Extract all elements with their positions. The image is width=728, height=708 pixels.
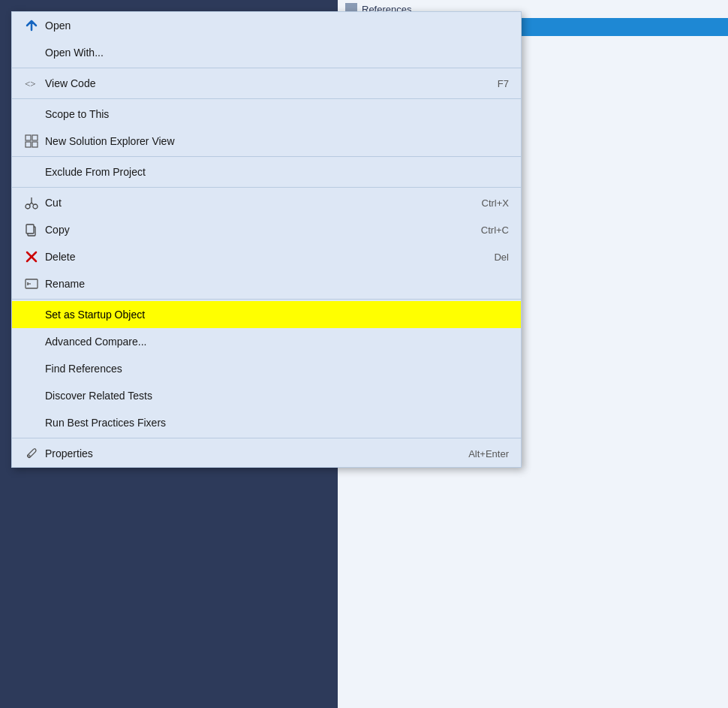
divider-3 <box>12 156 521 157</box>
svg-rect-3 <box>26 142 31 147</box>
svg-rect-4 <box>32 142 38 147</box>
context-menu: Open Open With... <> View Code F7 Scope … <box>11 11 522 468</box>
divider-4 <box>12 187 521 188</box>
menu-item-scope-label: Scope to This <box>45 108 509 120</box>
menu-item-delete-shortcut: Del <box>494 252 509 263</box>
delete-icon <box>21 250 42 264</box>
menu-item-run-best-practices[interactable]: Run Best Practices Fixers <box>12 409 521 436</box>
cut-icon <box>21 196 42 209</box>
menu-item-advanced-compare-label: Advanced Compare... <box>45 336 509 348</box>
menu-item-exclude-label: Exclude From Project <box>45 166 509 178</box>
menu-item-set-startup-label: Set as Startup Object <box>45 309 509 321</box>
menu-item-cut-label: Cut <box>45 197 467 209</box>
menu-item-cut[interactable]: Cut Ctrl+X <box>12 189 521 216</box>
menu-item-open-with-label: Open With... <box>45 47 509 59</box>
menu-item-open[interactable]: Open <box>12 12 521 39</box>
menu-item-new-solution-explorer[interactable]: New Solution Explorer View <box>12 128 521 155</box>
svg-rect-2 <box>32 135 38 140</box>
menu-item-properties-label: Properties <box>45 447 453 459</box>
menu-item-best-practices-label: Run Best Practices Fixers <box>45 417 509 429</box>
rename-icon <box>21 277 42 291</box>
menu-item-copy[interactable]: Copy Ctrl+C <box>12 216 521 243</box>
svg-point-17 <box>28 455 30 457</box>
menu-item-copy-shortcut: Ctrl+C <box>481 224 509 236</box>
menu-item-exclude[interactable]: Exclude From Project <box>12 158 521 185</box>
svg-rect-1 <box>26 135 31 140</box>
svg-rect-11 <box>26 224 34 233</box>
menu-item-cut-shortcut: Ctrl+X <box>482 197 509 209</box>
menu-item-open-with[interactable]: Open With... <box>12 39 521 66</box>
menu-item-view-code-label: View Code <box>45 77 483 89</box>
menu-item-copy-label: Copy <box>45 224 466 236</box>
menu-item-rename-label: Rename <box>45 278 509 290</box>
menu-item-new-solution-label: New Solution Explorer View <box>45 135 509 147</box>
menu-item-properties[interactable]: Properties Alt+Enter <box>12 440 521 467</box>
menu-item-set-startup[interactable]: Set as Startup Object <box>12 301 521 328</box>
svg-point-5 <box>26 204 30 209</box>
grid-icon <box>21 134 42 148</box>
code-icon: <> <box>21 77 42 90</box>
menu-item-discover-tests-label: Discover Related Tests <box>45 390 509 402</box>
menu-item-delete[interactable]: Delete Del <box>12 243 521 270</box>
menu-item-delete-label: Delete <box>45 251 479 263</box>
copy-icon <box>21 223 42 237</box>
svg-point-6 <box>33 204 38 209</box>
svg-text:<>: <> <box>25 78 36 89</box>
properties-icon <box>21 447 42 460</box>
menu-item-advanced-compare[interactable]: Advanced Compare... <box>12 328 521 355</box>
menu-item-view-code[interactable]: <> View Code F7 <box>12 70 521 97</box>
divider-5 <box>12 299 521 300</box>
menu-item-scope-to-this[interactable]: Scope to This <box>12 101 521 128</box>
menu-item-open-label: Open <box>45 20 509 32</box>
divider-2 <box>12 98 521 99</box>
menu-item-view-code-shortcut: F7 <box>498 78 509 89</box>
open-icon <box>21 19 42 32</box>
menu-item-properties-shortcut: Alt+Enter <box>468 448 509 459</box>
menu-item-find-references[interactable]: Find References <box>12 355 521 382</box>
menu-item-rename[interactable]: Rename <box>12 270 521 297</box>
menu-item-find-references-label: Find References <box>45 363 509 375</box>
divider-1 <box>12 68 521 68</box>
menu-item-discover-tests[interactable]: Discover Related Tests <box>12 382 521 409</box>
svg-line-8 <box>32 203 34 205</box>
divider-6 <box>12 438 521 438</box>
